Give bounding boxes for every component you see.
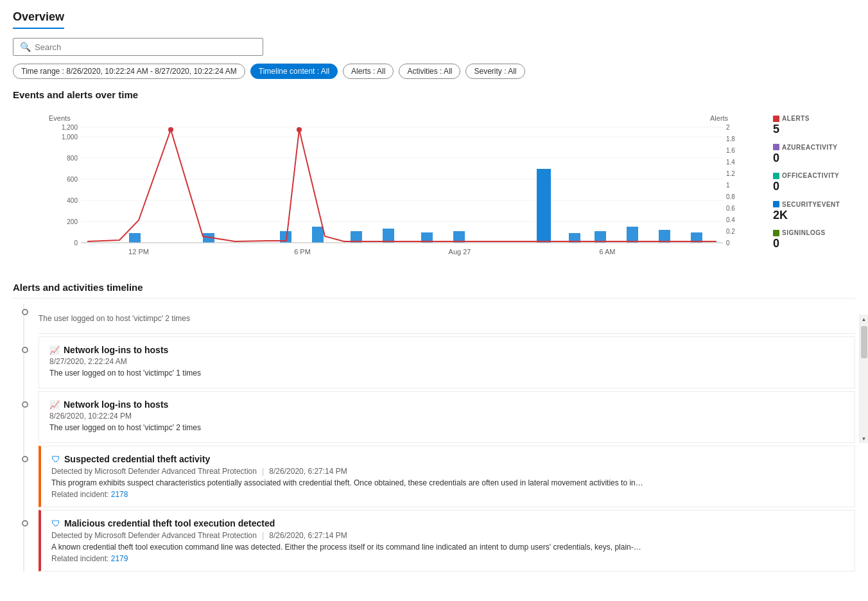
- activity-icon-1: 📈: [49, 345, 60, 355]
- related-incident-link-4[interactable]: 2179: [111, 554, 128, 563]
- svg-text:800: 800: [67, 155, 78, 162]
- svg-text:12 PM: 12 PM: [128, 248, 149, 256]
- search-box[interactable]: 🔍: [13, 38, 263, 56]
- timeline-section: Alerts and activities timeline The user …: [13, 282, 855, 571]
- timeline-card-3[interactable]: 🛡 Suspected credential theft activity De…: [39, 446, 855, 507]
- filter-chip-timeline-content[interactable]: Timeline content : All: [250, 64, 338, 79]
- svg-text:200: 200: [67, 218, 78, 225]
- scrollbar[interactable]: ▲ ▼: [859, 315, 868, 443]
- timeline-prev-item: The user logged on to host 'victimpc' 2 …: [39, 304, 855, 333]
- filter-chip-activities[interactable]: Activities : All: [399, 64, 460, 79]
- svg-text:1.4: 1.4: [726, 159, 735, 166]
- shield-icon-3: 🛡: [51, 454, 60, 464]
- svg-text:Aug 27: Aug 27: [449, 248, 471, 256]
- svg-rect-35: [537, 169, 551, 243]
- svg-text:1,000: 1,000: [62, 134, 78, 141]
- scroll-down-arrow[interactable]: ▼: [860, 434, 869, 443]
- chart-section: Events and alerts over time Events Alert…: [13, 89, 855, 264]
- chart-wrapper: Events Alerts 0 200 400: [13, 108, 855, 264]
- timeline-card-1[interactable]: 📈 Network log-ins to hosts 8/27/2020, 2:…: [39, 336, 855, 388]
- legend-securityevent: SECURITYEVENT 2K: [773, 199, 847, 223]
- filter-chip-alerts[interactable]: Alerts : All: [343, 64, 394, 79]
- chart-title: Events and alerts over time: [13, 89, 855, 100]
- timeline-title: Alerts and activities timeline: [13, 282, 855, 299]
- svg-text:6 AM: 6 AM: [599, 248, 615, 256]
- legend-alerts: ALERTS 5: [773, 113, 847, 137]
- search-input[interactable]: [35, 42, 256, 52]
- chart-svg: Events Alerts 0 200 400: [13, 108, 765, 262]
- chart-area: Events Alerts 0 200 400: [13, 108, 765, 264]
- svg-text:0: 0: [726, 240, 730, 247]
- legend-azureactivity: AZUREACTIVITY 0: [773, 142, 847, 166]
- related-incident-link-3[interactable]: 2178: [111, 490, 128, 499]
- svg-text:1: 1: [726, 182, 730, 189]
- svg-text:0.8: 0.8: [726, 193, 735, 200]
- timeline-item-3[interactable]: 🛡 Suspected credential theft activity De…: [39, 446, 855, 507]
- timeline-item-1[interactable]: 📈 Network log-ins to hosts 8/27/2020, 2:…: [39, 336, 855, 388]
- svg-point-41: [168, 127, 173, 132]
- svg-text:0.2: 0.2: [726, 228, 735, 235]
- timeline-item-4[interactable]: 🛡 Malicious credential theft tool execut…: [39, 510, 855, 571]
- svg-text:1.8: 1.8: [726, 135, 735, 143]
- svg-rect-30: [312, 227, 324, 243]
- svg-rect-38: [627, 227, 638, 243]
- svg-text:Alerts: Alerts: [710, 114, 729, 122]
- search-icon: 🔍: [20, 42, 31, 52]
- filter-chip-time-range[interactable]: Time range : 8/26/2020, 10:22:24 AM - 8/…: [13, 64, 245, 79]
- related-incident-3: Related incident: 2178: [51, 490, 844, 499]
- filters-bar: Time range : 8/26/2020, 10:22:24 AM - 8/…: [13, 64, 855, 79]
- svg-text:Events: Events: [49, 114, 71, 122]
- svg-text:0.4: 0.4: [726, 216, 735, 223]
- scroll-up-arrow[interactable]: ▲: [860, 315, 869, 324]
- svg-text:1.2: 1.2: [726, 170, 735, 177]
- legend-signinlogs: SIGNINLOGS 0: [773, 227, 847, 251]
- scroll-thumb[interactable]: [861, 326, 867, 358]
- filter-chip-severity[interactable]: Severity : All: [465, 64, 525, 79]
- svg-text:1.6: 1.6: [726, 147, 735, 154]
- legend-officeactivity: OFFICEACTIVITY 0: [773, 170, 847, 194]
- svg-rect-32: [383, 229, 394, 243]
- page-container: Overview 🔍 Time range : 8/26/2020, 10:22…: [0, 0, 868, 584]
- page-title: Overview: [13, 10, 64, 29]
- timeline-card-2[interactable]: 📈 Network log-ins to hosts 8/26/2020, 10…: [39, 391, 855, 443]
- svg-text:400: 400: [67, 197, 78, 204]
- svg-text:0.6: 0.6: [726, 205, 735, 212]
- svg-text:6 PM: 6 PM: [294, 248, 311, 256]
- svg-rect-27: [129, 233, 141, 243]
- timeline-card-4[interactable]: 🛡 Malicious credential theft tool execut…: [39, 510, 855, 571]
- svg-text:600: 600: [67, 176, 78, 183]
- related-incident-4: Related incident: 2179: [51, 554, 844, 563]
- search-container: 🔍: [13, 38, 855, 56]
- activity-icon-2: 📈: [49, 400, 60, 410]
- svg-text:2: 2: [726, 124, 730, 131]
- svg-point-42: [297, 127, 302, 132]
- timeline-item-2[interactable]: 📈 Network log-ins to hosts 8/26/2020, 10…: [39, 391, 855, 443]
- svg-text:0: 0: [74, 240, 78, 247]
- svg-text:1,200: 1,200: [62, 124, 78, 131]
- shield-icon-4: 🛡: [51, 518, 60, 528]
- chart-legend: ALERTS 5 AZUREACTIVITY 0 OFFICEACTIVITY …: [765, 108, 855, 264]
